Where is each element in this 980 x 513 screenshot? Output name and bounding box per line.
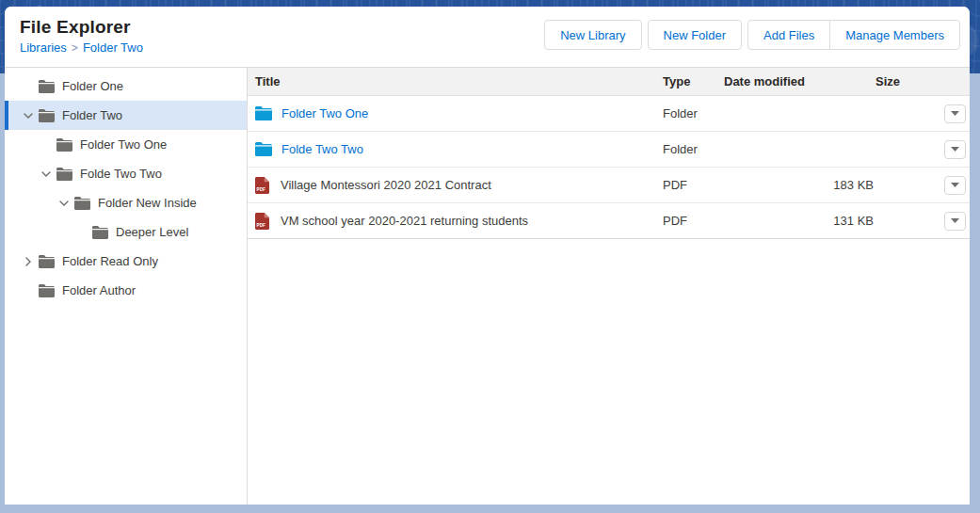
folder-icon [39, 109, 55, 122]
new-folder-button[interactable]: New Folder [648, 20, 742, 50]
folder-icon [39, 255, 55, 268]
table-row-vm-school-year-2020-2021-returning-students[interactable]: PDF VM school year 2020-2021 returning s… [248, 203, 970, 239]
tree-item-label: Folder One [62, 79, 123, 93]
tree-item-folder-new-inside[interactable]: Folder New Inside [5, 188, 247, 217]
chevron-down-icon[interactable] [54, 200, 74, 206]
cell-actions [926, 176, 970, 195]
column-header-date-modified[interactable]: Date modified [724, 74, 870, 88]
breadcrumb-link-current-folder[interactable]: Folder Two [83, 40, 143, 55]
window-body: Folder One Folder Two Folder Two One Fol… [5, 68, 970, 505]
file-title-link[interactable]: Folde Two Two [281, 142, 363, 156]
dropdown-triangle-icon [951, 218, 959, 223]
file-table: Title Type Date modified Size PDF Folder… [248, 68, 970, 505]
cell-type: PDF [663, 178, 724, 192]
file-actions-button-group: Add Files Manage Members [747, 20, 960, 50]
folder-icon [39, 284, 55, 297]
add-files-button[interactable]: Add Files [747, 20, 830, 50]
new-library-button[interactable]: New Library [544, 20, 641, 50]
svg-text:PDF: PDF [257, 223, 265, 228]
column-header-size[interactable]: Size [870, 74, 926, 88]
folder-icon [56, 138, 72, 152]
svg-text:PDF: PDF [257, 187, 265, 192]
chevron-right-icon[interactable] [18, 259, 39, 265]
row-menu-button[interactable] [944, 212, 966, 231]
dropdown-triangle-icon [951, 111, 959, 116]
column-header-title[interactable]: Title [248, 74, 663, 88]
file-title-text: Village Montessori 2020 2021 Contract [281, 178, 491, 192]
tree-item-folder-one[interactable]: Folder One [5, 72, 247, 101]
cell-title: PDF Village Montessori 2020 2021 Contrac… [248, 177, 663, 194]
folder-tree-sidebar: Folder One Folder Two Folder Two One Fol… [5, 68, 248, 505]
row-menu-button[interactable] [944, 176, 966, 195]
cell-type: Folder [663, 106, 724, 120]
table-row-village-montessori-2020-2021-contract[interactable]: PDF Village Montessori 2020 2021 Contrac… [248, 168, 970, 203]
file-list: PDF Folder Two One Folder PDF Folde Two … [248, 96, 970, 239]
chevron-down-icon[interactable] [36, 171, 56, 177]
breadcrumb-separator-icon: > [72, 41, 78, 55]
folder-icon [92, 226, 108, 239]
window-header: File Explorer Libraries>Folder Two New L… [5, 7, 970, 68]
header-actions: New Library New Folder Add Files Manage … [538, 20, 960, 50]
tree-item-label: Folde Two Two [80, 167, 162, 181]
folder-icon [56, 168, 72, 181]
dropdown-triangle-icon [951, 183, 959, 187]
blue-folder-icon [255, 106, 272, 120]
tree-item-label: Deeper Level [116, 225, 188, 239]
page: { "header": { "title": "File Explorer", … [0, 0, 980, 513]
tree-item-folder-author[interactable]: Folder Author [5, 276, 247, 305]
page-title: File Explorer [20, 17, 143, 38]
column-header-type[interactable]: Type [663, 74, 724, 88]
folder-icon [39, 80, 55, 93]
row-menu-button[interactable] [944, 104, 966, 123]
table-header-row: Title Type Date modified Size [248, 68, 970, 96]
cell-size: 183 KB [870, 178, 926, 192]
tree-item-deeper-level[interactable]: Deeper Level [5, 217, 247, 247]
cell-actions [926, 104, 970, 123]
cell-actions [926, 212, 970, 231]
table-row-folde-two-two[interactable]: PDF Folde Two Two Folder [248, 132, 970, 168]
header-left: File Explorer Libraries>Folder Two [20, 17, 143, 55]
table-row-folder-two-one[interactable]: PDF Folder Two One Folder [248, 96, 970, 132]
tree-item-label: Folder Author [62, 283, 136, 297]
tree-item-label: Folder Two One [80, 137, 167, 152]
tree-item-label: Folder New Inside [98, 196, 197, 210]
tree-item-folde-two-two[interactable]: Folde Two Two [5, 159, 247, 188]
cell-title: PDF Folder Two One [248, 106, 663, 120]
tree-item-label: Folder Read Only [62, 254, 158, 268]
manage-members-button[interactable]: Manage Members [829, 20, 960, 50]
pdf-file-icon: PDF [255, 177, 269, 194]
blue-folder-icon [255, 142, 272, 156]
cell-type: Folder [663, 142, 724, 156]
tree-item-folder-two-one[interactable]: Folder Two One [5, 130, 247, 159]
breadcrumb: Libraries>Folder Two [20, 40, 143, 55]
tree-item-folder-two[interactable]: Folder Two [5, 101, 247, 130]
cell-actions [926, 140, 970, 159]
tree-item-label: Folder Two [62, 108, 122, 122]
pdf-file-icon: PDF [255, 213, 269, 230]
file-explorer-window: File Explorer Libraries>Folder Two New L… [5, 7, 970, 505]
cell-title: PDF Folde Two Two [248, 142, 663, 156]
tree-item-folder-read-only[interactable]: Folder Read Only [5, 247, 247, 276]
folder-icon [74, 197, 90, 210]
chevron-down-icon[interactable] [18, 113, 39, 119]
cell-type: PDF [663, 214, 724, 228]
cell-size: 131 KB [870, 214, 926, 228]
file-title-link[interactable]: Folder Two One [281, 106, 368, 120]
breadcrumb-link-libraries[interactable]: Libraries [20, 40, 67, 55]
file-title-text: VM school year 2020-2021 returning stude… [281, 214, 528, 228]
row-menu-button[interactable] [944, 140, 966, 159]
cell-title: PDF VM school year 2020-2021 returning s… [248, 213, 663, 230]
dropdown-triangle-icon [951, 147, 959, 152]
